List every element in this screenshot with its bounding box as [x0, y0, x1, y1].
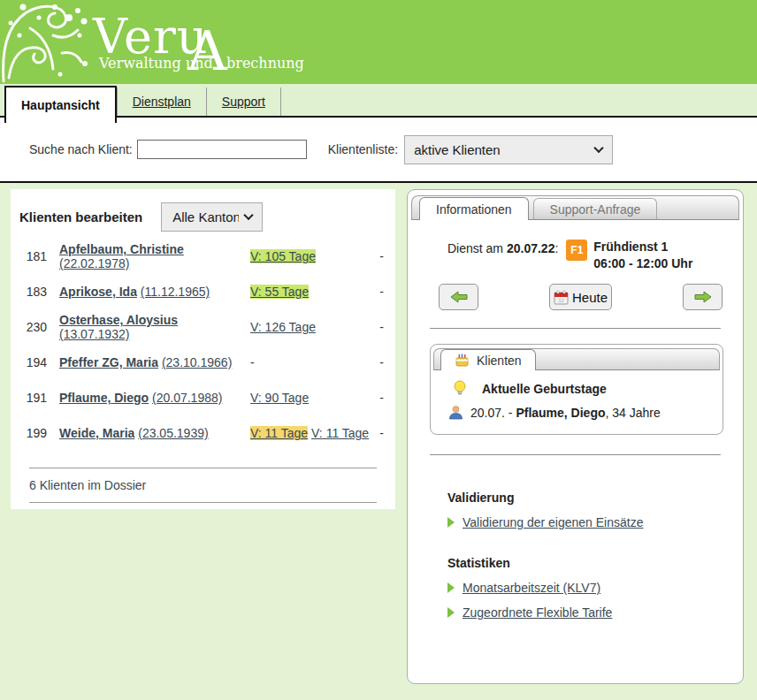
birthdays-title-row: Aktuelle Geburtstage: [453, 380, 607, 397]
cake-icon: [455, 354, 470, 367]
client-list-label: Klientenliste:: [328, 142, 398, 156]
today-button[interactable]: 12 Heute: [549, 284, 612, 310]
search-input[interactable]: [137, 140, 307, 159]
client-name-link[interactable]: Pfeffer ZG, Maria: [59, 355, 158, 369]
client-id: 194: [11, 355, 47, 369]
search-label: Suche nach Klient:: [29, 142, 133, 156]
arrow-left-icon: [450, 291, 468, 303]
validation-link-row: Validierung der eigenen Einsätze: [447, 515, 643, 529]
person-icon: [448, 405, 463, 420]
client-dob-link[interactable]: (20.07.1988): [152, 391, 222, 405]
clients-panel: Klienten bearbeiten Alle Kantone 181 Apf…: [11, 189, 395, 509]
client-name-link[interactable]: Weide, Maria: [59, 426, 134, 440]
client-name-link[interactable]: Aprikose, Ida: [59, 285, 137, 299]
client-right-value: -: [376, 285, 395, 299]
arrow-right-icon: [694, 291, 712, 303]
validation-title: Validierung: [447, 491, 643, 505]
shift-badge: F1: [566, 240, 587, 261]
search-band: Suche nach Klient: Klientenliste: aktive…: [0, 118, 757, 183]
logo-subtitle-right: brechnung: [226, 55, 304, 72]
vacation-days-link[interactable]: V: 105 Tage: [250, 249, 316, 263]
vacation-days-empty: -: [250, 355, 376, 369]
tab-label: Informationen: [436, 202, 512, 217]
app-header: Veru A Verwaltung und brechnung: [0, 0, 757, 84]
client-name-link[interactable]: Osterhase, Aloysius: [59, 313, 178, 327]
tab-support[interactable]: Support: [206, 88, 281, 116]
tab-informationen[interactable]: Informationen: [419, 197, 529, 220]
birthdays-title: Aktuelle Geburtstage: [482, 382, 607, 396]
client-dob-link[interactable]: (11.12.1965): [141, 285, 210, 299]
client-dob-link[interactable]: (23.10.1966): [162, 355, 232, 369]
tab-hauptansicht[interactable]: Hauptansicht: [4, 86, 117, 123]
birthdays-box: Klienten Aktuelle Geburtstage 20.07. - P…: [430, 344, 723, 435]
client-name-link[interactable]: Pflaume, Diego: [59, 391, 149, 405]
triangle-bullet-icon: [447, 607, 455, 618]
content-area: Klienten bearbeiten Alle Kantone 181 Apf…: [0, 183, 757, 700]
previous-day-button[interactable]: [439, 284, 478, 310]
birthday-name: Pflaume, Diego: [516, 406, 605, 420]
duty-info-row: Dienst am 20.07.22: F1 Frühdienst 1 06:0…: [447, 239, 692, 272]
flexible-tariffs-link[interactable]: Zugeordnete Flexible Tarife: [463, 605, 612, 620]
shift-time: 06:00 - 12:00 Uhr: [593, 255, 692, 272]
tab-support-anfrage[interactable]: Support-Anfrage: [533, 198, 658, 219]
vacation-days-link[interactable]: V: 11 Tage: [250, 426, 308, 440]
divider: [430, 328, 721, 329]
divider: [29, 502, 377, 503]
client-dob-link[interactable]: (22.02.1978): [59, 256, 129, 270]
vacation-days-link[interactable]: V: 126 Tage: [250, 320, 316, 334]
client-list-select[interactable]: aktive Klienten: [404, 135, 613, 164]
tab-dienstplan[interactable]: Dienstplan: [117, 88, 206, 116]
statistics-section: Statistiken Monatsarbeitszeit (KLV7) Zug…: [447, 556, 612, 620]
client-dob-link[interactable]: (23.05.1939): [138, 426, 208, 440]
client-id: 181: [11, 249, 47, 263]
info-panel: Informationen Support-Anfrage Dienst am …: [407, 189, 744, 684]
clients-panel-header: Klienten bearbeiten Alle Kantone: [11, 189, 395, 232]
triangle-bullet-icon: [447, 582, 455, 593]
client-right-value: -: [376, 249, 395, 263]
clients-panel-title: Klienten bearbeiten: [19, 209, 142, 224]
client-name-link[interactable]: Apfelbaum, Christine: [59, 242, 184, 256]
client-right-value: -: [376, 391, 395, 405]
table-row: 183 Aprikose, Ida (11.12.1965) V: 55 Tag…: [11, 274, 395, 309]
main-tab-bar: Hauptansicht Dienstplan Support: [0, 84, 757, 118]
next-day-button[interactable]: [683, 284, 723, 310]
birthday-date: 20.07. -: [470, 406, 516, 420]
birthday-entry: 20.07. - Pflaume, Diego, 34 Jahre: [448, 405, 661, 420]
client-id: 191: [11, 391, 47, 405]
lightbulb-icon: [453, 380, 467, 397]
tab-klienten[interactable]: Klienten: [440, 349, 536, 370]
duty-date: 20.07.22: [507, 241, 555, 255]
svg-text:12: 12: [558, 298, 564, 303]
today-button-label: Heute: [572, 290, 608, 305]
logo-letter-a: A: [187, 19, 227, 83]
birthday-age: , 34 Jahre: [606, 406, 661, 420]
vacation-days-link-2[interactable]: V: 11 Tage: [311, 426, 369, 440]
client-right-value: -: [376, 426, 395, 440]
tab-label: Support: [222, 95, 265, 109]
duty-colon: :: [554, 241, 558, 255]
canton-filter-select[interactable]: Alle Kantone: [161, 202, 263, 232]
monthly-hours-link[interactable]: Monatsarbeitszeit (KLV7): [463, 581, 600, 595]
client-count: 6 Klienten im Dossier: [11, 468, 395, 502]
client-right-value: -: [376, 320, 395, 334]
statistics-link-row: Monatsarbeitszeit (KLV7): [447, 581, 612, 595]
vacation-days-link[interactable]: V: 55 Tage: [250, 285, 309, 299]
tab-label: Hauptansicht: [21, 98, 100, 112]
table-row: 191 Pflaume, Diego (20.07.1988) V: 90 Ta…: [11, 380, 395, 415]
birthdays-tab-bar: Klienten: [433, 348, 720, 370]
duty-label: Dienst am: [447, 241, 503, 255]
tab-label: Dienstplan: [133, 95, 191, 109]
info-tab-bar: Informationen Support-Anfrage: [411, 195, 739, 220]
floral-ornament: [0, 0, 93, 84]
tab-label: Klienten: [477, 354, 522, 368]
validation-link[interactable]: Validierung der eigenen Einsätze: [463, 515, 643, 529]
client-id: 199: [11, 426, 47, 440]
vacation-days-link[interactable]: V: 90 Tage: [250, 391, 309, 405]
statistics-title: Statistiken: [447, 556, 612, 570]
table-row: 199 Weide, Maria (23.05.1939) V: 11 Tage…: [11, 415, 395, 451]
tab-label: Support-Anfrage: [550, 202, 641, 217]
client-list: 181 Apfelbaum, Christine (22.02.1978) V:…: [11, 239, 395, 451]
client-id: 183: [11, 285, 47, 299]
table-row: 181 Apfelbaum, Christine (22.02.1978) V:…: [11, 239, 395, 274]
client-dob-link[interactable]: (13.07.1932): [59, 327, 129, 341]
